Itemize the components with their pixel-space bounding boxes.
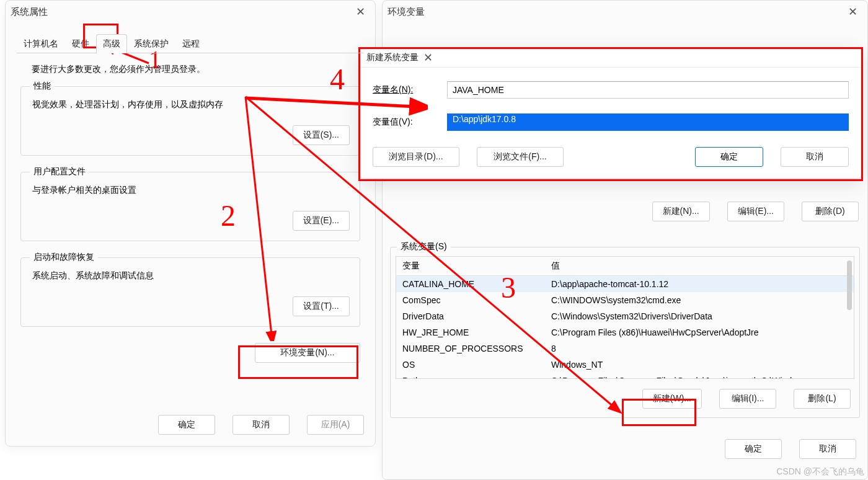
tab-bar: 计算机名 硬件 高级 系统保护 远程	[6, 23, 375, 53]
var-name-cell: ComSpec	[396, 292, 545, 308]
var-name-cell: DriverData	[396, 308, 545, 324]
tab-computer-name[interactable]: 计算机名	[17, 34, 65, 53]
value-row: 变量值(V): D:\app\jdk17.0.8	[360, 109, 861, 136]
value-label: 变量值(V):	[373, 117, 447, 128]
group-title: 用户配置文件	[30, 166, 89, 177]
dialog-buttons: 确定 取消 应用(A)	[6, 404, 375, 446]
cancel-button[interactable]: 取消	[232, 415, 290, 435]
system-properties-dialog: 系统属性 ✕ 计算机名 硬件 高级 系统保护 远程 要进行大多数更改，您必须作为…	[5, 0, 376, 447]
var-value-cell: C:\WINDOWS\system32\cmd.exe	[545, 292, 854, 308]
watermark: CSDN @不会飞的乌龟	[776, 466, 864, 478]
system-vars-table[interactable]: 变量 值 CATALINA_HOMED:\app\apache-tomcat-1…	[396, 257, 854, 379]
new-sys-var-button[interactable]: 新建(W)...	[642, 389, 702, 409]
var-value-cell: C:\Program Files\Common Files\Oracle\Jav…	[545, 373, 854, 379]
delete-sys-var-button[interactable]: 删除(L)	[794, 389, 851, 409]
var-value-cell: 8	[545, 340, 854, 357]
settings-button-t[interactable]: 设置(T)...	[293, 296, 350, 316]
tab-remote[interactable]: 远程	[175, 34, 206, 53]
scrollbar[interactable]	[847, 260, 852, 310]
var-name-cell: CATALINA_HOME	[396, 276, 545, 293]
browse-dir-button[interactable]: 浏览目录(D)...	[373, 147, 459, 167]
table-row[interactable]: OSWindows_NT	[396, 357, 854, 373]
dialog-title: 新建系统变量	[366, 52, 418, 63]
dialog-title: 环境变量	[388, 6, 425, 18]
system-vars-legend: 系统变量(S)	[397, 241, 451, 252]
col-val[interactable]: 值	[545, 257, 854, 276]
table-row[interactable]: CATALINA_HOMED:\app\apache-tomcat-10.1.1…	[396, 276, 854, 293]
ok-button[interactable]: 确定	[695, 147, 763, 167]
group-startup-recovery: 启动和故障恢复 系统启动、系统故障和调试信息 设置(T)...	[20, 257, 360, 327]
tab-system-protection[interactable]: 系统保护	[127, 34, 175, 53]
var-name-cell: Path	[396, 373, 545, 379]
titlebar: 系统属性 ✕	[6, 1, 375, 23]
group-user-profile: 用户配置文件 与登录帐户相关的桌面设置 设置(E)...	[20, 172, 360, 241]
titlebar: 新建系统变量 ✕	[360, 48, 861, 68]
var-value-cell: Windows_NT	[545, 357, 854, 373]
dialog-buttons: 确定 取消	[383, 428, 867, 470]
group-performance: 性能 视觉效果，处理器计划，内存使用，以及虚拟内存 设置(S)...	[20, 86, 360, 156]
table-row[interactable]: ComSpecC:\WINDOWS\system32\cmd.exe	[396, 292, 854, 308]
new-user-var-button[interactable]: 新建(N)...	[652, 202, 710, 221]
group-desc: 与登录帐户相关的桌面设置	[32, 185, 350, 196]
settings-button-e[interactable]: 设置(E)...	[293, 211, 350, 231]
var-value-cell: D:\app\apache-tomcat-10.1.12	[545, 276, 854, 293]
var-value-cell: C:\Program Files (x86)\Huawei\HwCpServer…	[545, 324, 854, 340]
var-value-cell: C:\Windows\System32\Drivers\DriverData	[545, 308, 854, 324]
col-var[interactable]: 变量	[396, 257, 545, 276]
system-var-buttons: 新建(W)... 编辑(I)... 删除(L)	[391, 383, 859, 417]
ok-button[interactable]: 确定	[158, 415, 215, 435]
env-vars-button[interactable]: 环境变量(N)...	[255, 343, 360, 363]
apply-button[interactable]: 应用(A)	[307, 415, 364, 435]
edit-sys-var-button[interactable]: 编辑(I)...	[719, 389, 776, 409]
delete-user-var-button[interactable]: 删除(D)	[802, 202, 859, 221]
group-desc: 系统启动、系统故障和调试信息	[32, 270, 350, 282]
close-icon[interactable]: ✕	[418, 51, 438, 64]
var-name-cell: OS	[396, 357, 545, 373]
system-vars-group: 系统变量(S) 变量 值 CATALINA_HOMED:\app\apache-…	[390, 241, 860, 418]
ok-button[interactable]: 确定	[725, 439, 782, 459]
titlebar: 环境变量 ✕	[383, 1, 867, 23]
dialog-title: 系统属性	[11, 6, 48, 18]
settings-button-s[interactable]: 设置(S)...	[293, 125, 350, 145]
new-system-var-dialog: 新建系统变量 ✕ 变量名(N): 变量值(V): D:\app\jdk17.0.…	[360, 47, 862, 179]
group-title: 启动和故障恢复	[30, 252, 98, 263]
tab-hardware[interactable]: 硬件	[65, 34, 96, 53]
table-row[interactable]: DriverDataC:\Windows\System32\Drivers\Dr…	[396, 308, 854, 324]
close-icon[interactable]: ✕	[843, 5, 862, 19]
user-var-buttons: 新建(N)... 编辑(E)... 删除(D)	[383, 195, 867, 230]
tab-advanced[interactable]: 高级	[96, 34, 127, 53]
admin-hint: 要进行大多数更改，您必须作为管理员登录。	[17, 58, 364, 86]
browse-file-button[interactable]: 浏览文件(F)...	[477, 147, 564, 167]
close-icon[interactable]: ✕	[351, 5, 370, 19]
var-name-cell: HW_JRE_HOME	[396, 324, 545, 340]
edit-user-var-button[interactable]: 编辑(E)...	[727, 202, 784, 221]
name-row: 变量名(N):	[360, 76, 861, 104]
system-vars-table-wrap: 变量 值 CATALINA_HOMED:\app\apache-tomcat-1…	[396, 256, 854, 379]
table-row[interactable]: HW_JRE_HOMEC:\Program Files (x86)\Huawei…	[396, 324, 854, 340]
var-value-input[interactable]: D:\app\jdk17.0.8	[447, 113, 849, 131]
var-name-cell: NUMBER_OF_PROCESSORS	[396, 340, 545, 357]
group-title: 性能	[30, 81, 55, 92]
table-row[interactable]: NUMBER_OF_PROCESSORS8	[396, 340, 854, 357]
cancel-button[interactable]: 取消	[781, 147, 849, 167]
group-desc: 视觉效果，处理器计划，内存使用，以及虚拟内存	[32, 99, 350, 110]
table-row[interactable]: PathC:\Program Files\Common Files\Oracle…	[396, 373, 854, 379]
var-name-input[interactable]	[447, 81, 849, 99]
name-label: 变量名(N):	[373, 84, 447, 96]
cancel-button[interactable]: 取消	[799, 439, 856, 459]
